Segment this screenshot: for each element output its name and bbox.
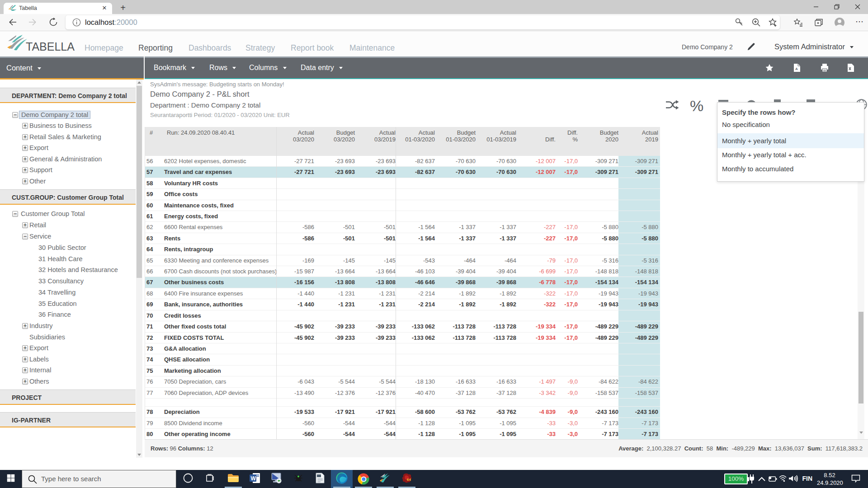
svg-text:W: W bbox=[251, 475, 256, 482]
svg-text:A: A bbox=[795, 67, 798, 71]
svg-text:64: 64 bbox=[407, 478, 411, 482]
